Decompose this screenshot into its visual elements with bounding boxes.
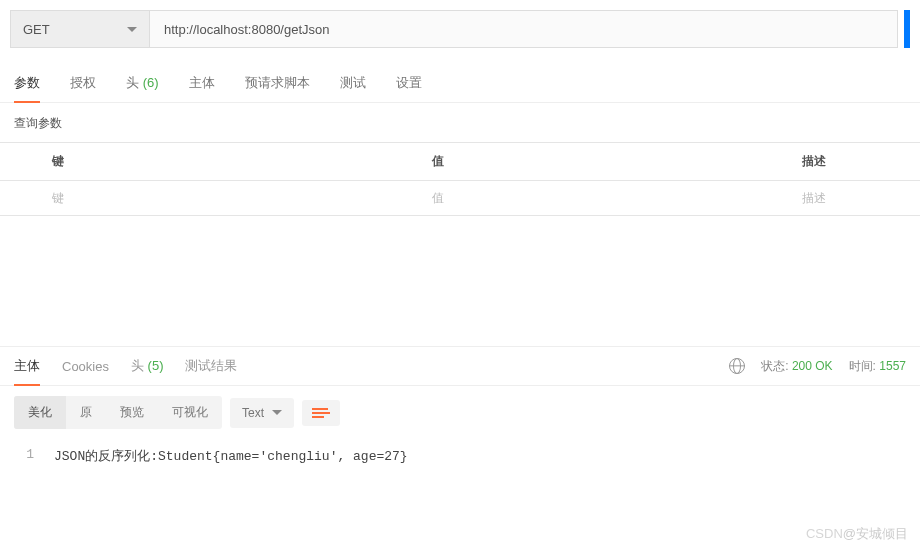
tab-tests[interactable]: 测试 <box>340 74 366 102</box>
tab-headers-count: (6) <box>143 75 159 90</box>
tab-settings[interactable]: 设置 <box>396 74 422 102</box>
status-label: 状态: <box>761 359 788 373</box>
format-value: Text <box>242 406 264 420</box>
pretty-button[interactable]: 美化 <box>14 396 66 429</box>
response-body[interactable]: 1 JSON的反序列化:Student{name='chengliu', age… <box>0 439 920 473</box>
param-key-input[interactable] <box>52 191 408 205</box>
http-method-value: GET <box>23 22 50 37</box>
line-number: 1 <box>14 447 34 465</box>
resp-tab-headers-count: (5) <box>148 358 164 373</box>
format-select[interactable]: Text <box>230 398 294 428</box>
tab-headers-label: 头 <box>126 75 139 90</box>
resp-tab-body[interactable]: 主体 <box>14 347 40 385</box>
url-input[interactable] <box>150 10 898 48</box>
param-desc-input[interactable] <box>802 191 908 205</box>
params-table: 键 值 描述 <box>0 142 920 216</box>
tab-authorization[interactable]: 授权 <box>70 74 96 102</box>
request-tabs: 参数 授权 头 (6) 主体 预请求脚本 测试 设置 <box>0 58 920 103</box>
response-line: JSON的反序列化:Student{name='chengliu', age=2… <box>54 447 408 465</box>
raw-button[interactable]: 原 <box>66 396 106 429</box>
watermark: CSDN@安城倾目 <box>806 525 908 543</box>
response-meta: 状态: 200 OK 时间: 1557 <box>729 358 906 375</box>
chevron-down-icon <box>127 27 137 32</box>
params-header-key: 键 <box>40 143 420 180</box>
chevron-down-icon <box>272 410 282 415</box>
response-toolbar: 美化 原 预览 可视化 Text <box>0 386 920 439</box>
tab-headers[interactable]: 头 (6) <box>126 74 159 102</box>
params-input-row <box>0 181 920 216</box>
status-value: 200 OK <box>792 359 833 373</box>
wrap-lines-button[interactable] <box>302 400 340 426</box>
resp-tab-headers[interactable]: 头 (5) <box>131 347 164 385</box>
globe-icon <box>729 358 745 374</box>
params-header-row: 键 值 描述 <box>0 143 920 181</box>
resp-tab-cookies[interactable]: Cookies <box>62 349 109 384</box>
param-value-input[interactable] <box>432 191 778 205</box>
params-header-desc: 描述 <box>790 143 920 180</box>
time-value: 1557 <box>879 359 906 373</box>
tab-params[interactable]: 参数 <box>14 74 40 102</box>
wrap-icon <box>312 406 330 420</box>
visualize-button[interactable]: 可视化 <box>158 396 222 429</box>
params-header-value: 值 <box>420 143 790 180</box>
http-method-select[interactable]: GET <box>10 10 150 48</box>
resp-tab-headers-label: 头 <box>131 358 144 373</box>
tab-body[interactable]: 主体 <box>189 74 215 102</box>
send-button[interactable] <box>904 10 910 48</box>
time-label: 时间: <box>849 359 876 373</box>
resp-tab-testresults[interactable]: 测试结果 <box>185 347 237 385</box>
response-tabs: 主体 Cookies 头 (5) 测试结果 <box>14 347 237 385</box>
preview-button[interactable]: 预览 <box>106 396 158 429</box>
query-params-label: 查询参数 <box>0 103 920 142</box>
tab-prerequest[interactable]: 预请求脚本 <box>245 74 310 102</box>
